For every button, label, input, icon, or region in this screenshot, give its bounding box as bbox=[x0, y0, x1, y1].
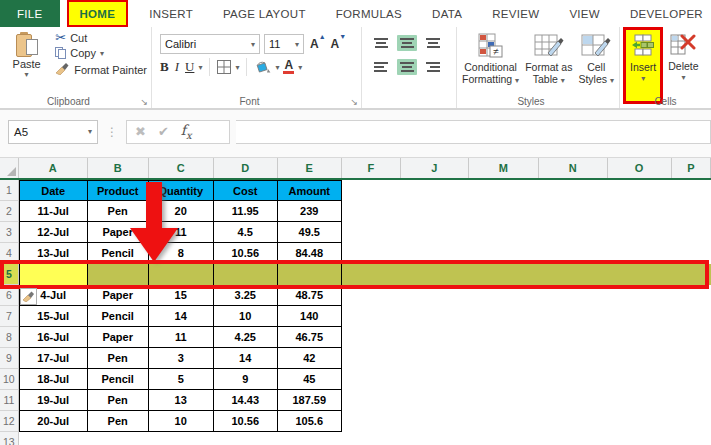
cell-D13[interactable] bbox=[214, 432, 278, 445]
tab-file[interactable]: FILE bbox=[0, 0, 60, 27]
cell-O4[interactable] bbox=[608, 243, 672, 264]
cell-P6[interactable] bbox=[672, 285, 711, 306]
cell-M13[interactable] bbox=[469, 432, 539, 445]
cell-N9[interactable] bbox=[539, 348, 608, 369]
cell-D2[interactable]: 11.95 bbox=[214, 201, 278, 222]
cell-A9[interactable]: 17-Jul bbox=[19, 348, 88, 369]
select-all-corner[interactable] bbox=[0, 158, 19, 178]
column-header-m[interactable]: M bbox=[469, 158, 539, 178]
cell-J10[interactable] bbox=[401, 369, 469, 390]
cell-O6[interactable] bbox=[608, 285, 672, 306]
cell-B9[interactable]: Pen bbox=[88, 348, 149, 369]
cell-N1[interactable] bbox=[539, 180, 608, 201]
italic-button[interactable]: I bbox=[173, 59, 181, 75]
cell-B7[interactable]: Pencil bbox=[88, 306, 149, 327]
font-dialog-launcher-icon[interactable]: ↘ bbox=[350, 97, 358, 107]
cell-O2[interactable] bbox=[608, 201, 672, 222]
cell-A5[interactable] bbox=[19, 264, 88, 285]
cell-D4[interactable]: 10.56 bbox=[214, 243, 278, 264]
tab-review[interactable]: REVIEW bbox=[490, 0, 541, 27]
cell-M7[interactable] bbox=[469, 306, 539, 327]
cell-D11[interactable]: 14.43 bbox=[214, 390, 278, 411]
cell-F9[interactable] bbox=[342, 348, 401, 369]
cell-J1[interactable] bbox=[401, 180, 469, 201]
cell-J9[interactable] bbox=[401, 348, 469, 369]
cell-E6[interactable]: 48.75 bbox=[278, 285, 342, 306]
column-header-f[interactable]: F bbox=[342, 158, 401, 178]
cell-P10[interactable] bbox=[672, 369, 711, 390]
cell-N2[interactable] bbox=[539, 201, 608, 222]
cell-B11[interactable]: Pen bbox=[88, 390, 149, 411]
cell-C12[interactable]: 10 bbox=[149, 411, 214, 432]
center-align-button[interactable] bbox=[397, 59, 417, 75]
cell-O11[interactable] bbox=[608, 390, 672, 411]
increase-font-size-button[interactable]: A▲ bbox=[310, 37, 326, 51]
cell-A2[interactable]: 11-Jul bbox=[19, 201, 88, 222]
cell-M5[interactable] bbox=[469, 264, 539, 285]
cell-N8[interactable] bbox=[539, 327, 608, 348]
cell-C5[interactable] bbox=[149, 264, 214, 285]
cell-M11[interactable] bbox=[469, 390, 539, 411]
cell-O8[interactable] bbox=[608, 327, 672, 348]
cell-P1[interactable] bbox=[672, 180, 711, 201]
cell-E10[interactable]: 45 bbox=[278, 369, 342, 390]
underline-dropdown-arrow[interactable]: ▾ bbox=[198, 63, 202, 72]
cell-D7[interactable]: 10 bbox=[214, 306, 278, 327]
format-as-table-button[interactable]: Format as Table ▾ bbox=[522, 30, 575, 94]
cell-D1[interactable]: Cost bbox=[214, 180, 278, 201]
copy-dropdown-arrow[interactable]: ▾ bbox=[100, 49, 104, 58]
cell-J7[interactable] bbox=[401, 306, 469, 327]
cell-J8[interactable] bbox=[401, 327, 469, 348]
cell-M1[interactable] bbox=[469, 180, 539, 201]
bold-button[interactable]: B bbox=[160, 59, 169, 75]
cell-O3[interactable] bbox=[608, 222, 672, 243]
cell-F3[interactable] bbox=[342, 222, 401, 243]
cell-M2[interactable] bbox=[469, 201, 539, 222]
cell-M9[interactable] bbox=[469, 348, 539, 369]
underline-button[interactable]: U bbox=[185, 59, 194, 75]
cell-D9[interactable]: 14 bbox=[214, 348, 278, 369]
cell-E9[interactable]: 42 bbox=[278, 348, 342, 369]
cell-P12[interactable] bbox=[672, 411, 711, 432]
cell-B13[interactable] bbox=[88, 432, 149, 445]
cell-A1[interactable]: Date bbox=[19, 180, 88, 201]
cell-B2[interactable]: Pen bbox=[88, 201, 149, 222]
cell-O10[interactable] bbox=[608, 369, 672, 390]
tab-formulas[interactable]: FORMULAS bbox=[334, 0, 404, 27]
top-align-button[interactable] bbox=[371, 35, 391, 51]
cell-F11[interactable] bbox=[342, 390, 401, 411]
cell-E12[interactable]: 105.6 bbox=[278, 411, 342, 432]
column-header-o[interactable]: O bbox=[608, 158, 672, 178]
cell-F10[interactable] bbox=[342, 369, 401, 390]
cell-F7[interactable] bbox=[342, 306, 401, 327]
cell-P7[interactable] bbox=[672, 306, 711, 327]
tab-view[interactable]: VIEW bbox=[567, 0, 602, 27]
cell-O5[interactable] bbox=[608, 264, 672, 285]
cell-A3[interactable]: 12-Jul bbox=[19, 222, 88, 243]
cell-P13[interactable] bbox=[672, 432, 711, 445]
cell-F4[interactable] bbox=[342, 243, 401, 264]
tab-insert[interactable]: INSERT bbox=[147, 0, 195, 27]
cell-P5[interactable] bbox=[672, 264, 711, 285]
insert-dropdown-arrow[interactable]: ▾ bbox=[641, 73, 645, 85]
cell-D3[interactable]: 4.5 bbox=[214, 222, 278, 243]
decrease-font-size-button[interactable]: A▼ bbox=[331, 37, 347, 51]
cell-N5[interactable] bbox=[539, 264, 608, 285]
cell-P11[interactable] bbox=[672, 390, 711, 411]
cell-C4[interactable]: 8 bbox=[149, 243, 214, 264]
cell-C10[interactable]: 5 bbox=[149, 369, 214, 390]
tab-home[interactable]: HOME bbox=[67, 0, 129, 27]
delete-dropdown-arrow[interactable]: ▾ bbox=[681, 72, 685, 84]
borders-button[interactable] bbox=[217, 60, 231, 74]
cell-B5[interactable] bbox=[88, 264, 149, 285]
row-header-9[interactable]: 9 bbox=[0, 348, 19, 369]
row-header-12[interactable]: 12 bbox=[0, 411, 19, 432]
column-header-a[interactable]: A bbox=[19, 158, 88, 178]
cell-N3[interactable] bbox=[539, 222, 608, 243]
cell-M6[interactable] bbox=[469, 285, 539, 306]
borders-dropdown-arrow[interactable]: ▾ bbox=[235, 63, 239, 72]
column-header-e[interactable]: E bbox=[278, 158, 342, 178]
middle-align-button[interactable] bbox=[397, 35, 417, 51]
cell-P9[interactable] bbox=[672, 348, 711, 369]
align-left-button[interactable] bbox=[371, 59, 391, 75]
